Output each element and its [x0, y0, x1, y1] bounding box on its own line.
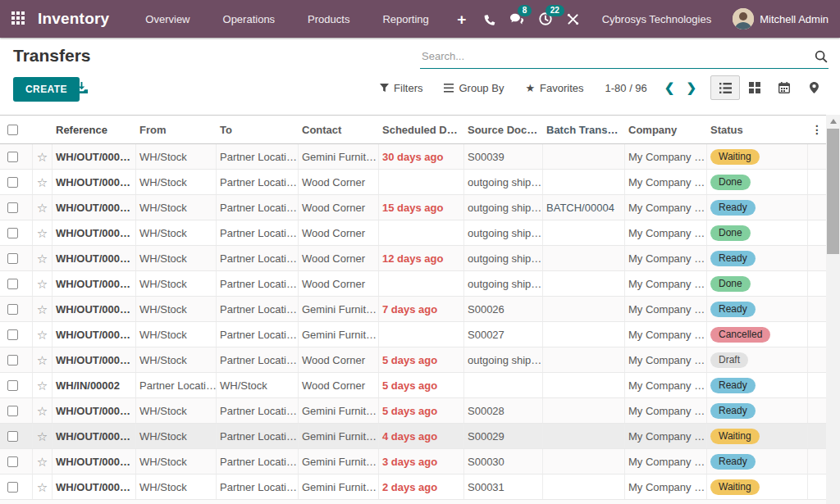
row-star-cell: ☆ [33, 271, 52, 296]
cell-contact: Wood Corner [299, 347, 379, 372]
cell-status: Waiting [707, 144, 808, 169]
menu-item-overview[interactable]: Overview [132, 8, 203, 30]
search-input[interactable] [420, 50, 814, 62]
column-header-sched[interactable]: Scheduled D… [379, 116, 464, 143]
scrollbar-thumb[interactable] [827, 129, 839, 254]
user-menu[interactable]: Mitchell Admin [760, 13, 829, 25]
row-star-icon[interactable]: ☆ [37, 481, 48, 493]
table-row[interactable]: ☆WH/OUT/000…WH/StockPartner Locati…Gemin… [0, 144, 826, 170]
status-badge: Ready [710, 251, 756, 266]
row-checkbox[interactable] [7, 152, 18, 162]
table-row[interactable]: ☆WH/OUT/000…WH/StockPartner Locati…Wood … [0, 246, 826, 271]
messages-icon[interactable]: 8 [504, 0, 532, 38]
row-star-icon[interactable]: ☆ [37, 405, 48, 417]
row-checkbox[interactable] [7, 431, 18, 442]
cell-trailing [808, 424, 826, 448]
phone-icon[interactable] [476, 0, 504, 38]
table-row[interactable]: ☆WH/OUT/000…WH/StockPartner Locati…Wood … [0, 195, 826, 220]
row-star-icon[interactable]: ☆ [37, 252, 48, 265]
row-checkbox[interactable] [7, 177, 18, 188]
row-star-icon[interactable]: ☆ [37, 354, 48, 366]
row-star-icon[interactable]: ☆ [37, 227, 48, 239]
create-button[interactable]: CREATE [13, 77, 80, 102]
calendar-view-button[interactable] [769, 75, 799, 100]
table-row[interactable]: ☆WH/OUT/000…WH/StockPartner Locati…Gemin… [0, 398, 826, 424]
row-star-icon[interactable]: ☆ [37, 430, 48, 443]
apps-menu-icon[interactable] [11, 11, 26, 26]
scrollbar-up-icon[interactable] [826, 115, 840, 128]
row-star-icon[interactable]: ☆ [37, 176, 48, 188]
column-header-to[interactable]: To [217, 116, 299, 143]
avatar[interactable] [733, 8, 754, 30]
table-row[interactable]: ☆WH/OUT/000…WH/StockPartner Locati…Gemin… [0, 297, 826, 322]
row-select-cell [0, 424, 33, 448]
export-icon[interactable] [75, 81, 89, 98]
column-header-status[interactable]: Status [707, 116, 808, 143]
column-header-contact[interactable]: Contact [299, 116, 379, 143]
row-checkbox[interactable] [7, 304, 18, 315]
activity-icon[interactable]: 22 [532, 0, 559, 38]
table-body: ☆WH/OUT/000…WH/StockPartner Locati…Gemin… [0, 144, 826, 500]
row-checkbox[interactable] [7, 228, 18, 238]
search-icon[interactable] [814, 49, 829, 64]
column-header-company[interactable]: Company [625, 116, 707, 143]
row-star-icon[interactable]: ☆ [37, 379, 48, 392]
row-checkbox[interactable] [7, 279, 18, 289]
list-view-button[interactable] [710, 75, 740, 100]
plus-icon[interactable]: + [448, 0, 476, 38]
select-all-checkbox[interactable] [7, 125, 18, 135]
table-row[interactable]: ☆WH/OUT/000…WH/StockPartner Locati…Wood … [0, 220, 826, 246]
cell-contact: Wood Corner [299, 195, 379, 220]
table-row[interactable]: ☆WH/OUT/000…WH/StockPartner Locati…Gemin… [0, 424, 826, 449]
column-header-source[interactable]: Source Doc… [464, 116, 543, 143]
navbar-systray: + 8 22 Cybrosys Technologies Mitchell Ad… [448, 0, 840, 38]
row-checkbox[interactable] [7, 380, 18, 391]
table-row[interactable]: ☆WH/IN/00002Partner Locati…WH/StockWood … [0, 373, 826, 398]
pager-next-icon[interactable]: ❯ [680, 79, 702, 97]
row-checkbox[interactable] [7, 253, 18, 264]
table-row[interactable]: ☆WH/OUT/000…WH/StockPartner Locati…Wood … [0, 347, 826, 373]
table-row[interactable]: ☆WH/OUT/000…WH/StockPartner Locati…Wood … [0, 271, 826, 297]
row-checkbox[interactable] [7, 355, 18, 366]
menu-item-operations[interactable]: Operations [210, 8, 289, 30]
map-view-button[interactable] [799, 75, 829, 100]
row-checkbox[interactable] [7, 406, 18, 416]
status-badge: Cancelled [710, 327, 770, 343]
row-star-icon[interactable]: ☆ [37, 202, 48, 214]
row-star-icon[interactable]: ☆ [37, 278, 48, 290]
column-header-ref[interactable]: Reference [52, 116, 136, 143]
vertical-scrollbar[interactable] [826, 115, 840, 504]
menu-item-reporting[interactable]: Reporting [369, 8, 441, 30]
row-star-cell: ☆ [33, 424, 52, 448]
app-name[interactable]: Inventory [38, 10, 109, 28]
column-header-from[interactable]: From [136, 116, 217, 143]
group-by-button[interactable]: Group By [444, 82, 504, 94]
cell-status: Waiting [707, 474, 808, 499]
row-star-icon[interactable]: ☆ [37, 329, 48, 341]
cell-from: WH/Stock [136, 449, 217, 474]
row-star-icon[interactable]: ☆ [37, 151, 48, 163]
table-row[interactable]: ☆WH/OUT/000…WH/StockPartner Locati…Gemin… [0, 322, 826, 347]
tools-icon[interactable] [559, 0, 587, 38]
cell-scheduled-date [379, 170, 464, 194]
table-row[interactable]: ☆WH/OUT/000…WH/StockPartner Locati…Gemin… [0, 474, 826, 500]
table-row[interactable]: ☆WH/OUT/000…WH/StockPartner Locati…Gemin… [0, 449, 826, 474]
favorites-button[interactable]: ★ Favorites [525, 82, 583, 94]
company-switcher[interactable]: Cybrosys Technologies [602, 13, 711, 25]
menu-item-products[interactable]: Products [294, 8, 363, 30]
row-checkbox[interactable] [7, 202, 18, 213]
cell-from: WH/Stock [136, 398, 217, 423]
table-row[interactable]: ☆WH/OUT/000…WH/StockPartner Locati…Wood … [0, 170, 826, 195]
row-star-icon[interactable]: ☆ [37, 456, 48, 468]
row-checkbox[interactable] [7, 329, 18, 340]
row-checkbox[interactable] [7, 456, 18, 467]
filters-button[interactable]: Filters [380, 82, 422, 94]
kanban-view-button[interactable] [740, 75, 769, 100]
cell-scheduled-date: 15 days ago [379, 195, 464, 220]
column-options-icon[interactable]: ⋮ [811, 123, 823, 136]
pager-previous-icon[interactable]: ❮ [659, 79, 681, 97]
row-star-icon[interactable]: ☆ [37, 303, 48, 316]
column-header-batch[interactable]: Batch Trans… [543, 116, 625, 143]
row-checkbox[interactable] [7, 482, 18, 493]
cell-contact: Gemini Furnit… [299, 144, 379, 169]
